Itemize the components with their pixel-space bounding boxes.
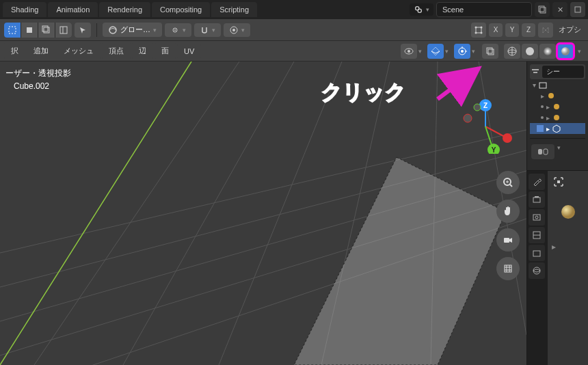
svg-text:Z: Z: [483, 102, 487, 109]
tab-rendering[interactable]: Rendering: [99, 2, 150, 17]
svg-rect-77: [533, 198, 540, 202]
prop-tab-viewlayer[interactable]: [529, 227, 545, 243]
svg-point-13: [174, 29, 176, 31]
navigation-gizmo[interactable]: Y Z: [458, 99, 513, 154]
cursor-tool-button[interactable]: [75, 23, 91, 38]
prop-tab-scene[interactable]: [529, 245, 545, 261]
svg-rect-83: [533, 251, 540, 256]
prop-tab-world[interactable]: [529, 262, 545, 279]
edit-mode-menubar: 択 追加 メッシュ 頂点 辺 面 UV ▾ ▾ ▾ ▾: [0, 41, 588, 62]
menu-face[interactable]: 面: [155, 43, 176, 59]
viewport-info-overlay: ーザー・透視投影 Cube.002: [5, 67, 71, 93]
menu-add[interactable]: 追加: [27, 43, 55, 59]
perspective-toggle-button[interactable]: [496, 257, 520, 280]
menu-uv[interactable]: UV: [177, 44, 201, 58]
prop-tab-render[interactable]: [529, 191, 545, 208]
svg-point-22: [407, 50, 410, 53]
menu-edge[interactable]: 辺: [132, 43, 153, 59]
prop-tab-output[interactable]: [529, 209, 545, 226]
select-lasso-button[interactable]: [38, 23, 55, 38]
outliner-search[interactable]: シー: [542, 66, 584, 78]
svg-rect-28: [488, 49, 494, 55]
transform-orientation-dropdown[interactable]: グロー… ▾: [103, 23, 162, 37]
svg-point-11: [109, 27, 116, 33]
properties-tabs: [527, 171, 548, 365]
xray-toggle-button[interactable]: [482, 44, 498, 59]
svg-line-59: [510, 185, 512, 187]
axis-y-button[interactable]: Y: [505, 23, 519, 37]
svg-point-17: [475, 26, 477, 28]
svg-point-18: [481, 26, 483, 28]
outliner-item-row-selected[interactable]: ▸: [530, 123, 585, 134]
visibility-dropdown[interactable]: [401, 44, 417, 59]
tab-shading[interactable]: Shading: [3, 2, 46, 17]
axis-x-button[interactable]: X: [489, 23, 503, 37]
properties-panel: ▸: [527, 171, 588, 365]
outliner-collection-row[interactable]: ▾: [530, 79, 585, 90]
viewport-toolbar: グロー… ▾ ▾ ▾ ▾ X Y Z オプシ: [0, 19, 588, 41]
menu-select[interactable]: 択: [4, 43, 25, 59]
outliner-item-row[interactable]: ▸: [530, 101, 585, 112]
outliner-item-row[interactable]: ▸: [530, 90, 585, 101]
3d-viewport[interactable]: ーザー・透視投影 Cube.002 Y Z: [0, 62, 526, 365]
svg-point-80: [535, 216, 538, 219]
svg-point-84: [533, 267, 540, 274]
scene-browse-button[interactable]: ▾: [410, 3, 433, 16]
menu-mesh[interactable]: メッシュ: [57, 43, 101, 59]
pivot-point-dropdown[interactable]: ▾: [165, 23, 191, 37]
zoom-button[interactable]: [496, 171, 520, 194]
filter-icon[interactable]: [531, 68, 539, 76]
snap-dropdown[interactable]: ▾: [194, 23, 221, 37]
material-preview-sphere[interactable]: [560, 204, 576, 220]
pan-button[interactable]: [496, 200, 520, 223]
shading-solid-button[interactable]: [522, 44, 538, 59]
pin-scene-button[interactable]: [570, 2, 585, 17]
svg-point-34: [561, 47, 570, 55]
svg-rect-76: [544, 149, 548, 154]
prop-tab-tool[interactable]: [529, 174, 545, 190]
svg-rect-2: [539, 6, 544, 12]
svg-rect-6: [27, 27, 32, 33]
viewport-grid: [0, 62, 526, 365]
overlay-toggle-button[interactable]: [427, 44, 444, 59]
svg-point-32: [526, 47, 534, 55]
svg-marker-47: [294, 157, 506, 365]
shading-rendered-button[interactable]: [557, 44, 574, 59]
display-mode-button[interactable]: [531, 144, 554, 159]
chevron-down-icon: ▾: [426, 6, 429, 13]
svg-rect-27: [487, 48, 492, 53]
select-box-button[interactable]: [4, 23, 21, 38]
svg-rect-5: [9, 27, 16, 33]
outliner-item-row[interactable]: ▸: [530, 112, 585, 123]
scene-name-input[interactable]: [436, 2, 532, 17]
proportional-edit-dropdown[interactable]: ▾: [224, 23, 250, 37]
svg-point-33: [544, 47, 552, 55]
tab-scripting[interactable]: Scripting: [211, 2, 257, 17]
options-label[interactable]: オプシ: [556, 25, 584, 35]
select-circle-button[interactable]: [21, 23, 38, 38]
mirror-button[interactable]: [538, 23, 553, 38]
svg-rect-68: [532, 69, 539, 70]
tab-animation[interactable]: Animation: [48, 2, 98, 17]
svg-rect-75: [538, 149, 542, 154]
svg-point-86: [561, 205, 575, 219]
delete-scene-button[interactable]: ✕: [552, 2, 567, 17]
menu-vertex[interactable]: 頂点: [102, 43, 131, 59]
svg-rect-79: [533, 215, 540, 220]
camera-view-button[interactable]: [496, 228, 520, 252]
shading-wireframe-button[interactable]: [504, 44, 520, 59]
gizmo-visibility-button[interactable]: [454, 44, 470, 59]
svg-point-20: [481, 31, 483, 33]
select-extra-button[interactable]: [55, 23, 72, 38]
focus-icon[interactable]: [553, 176, 564, 187]
axis-z-button[interactable]: Z: [522, 23, 535, 37]
main-area: ーザー・透視投影 Cube.002 Y Z: [0, 62, 588, 365]
gizmo-toggle-button[interactable]: [471, 23, 486, 38]
svg-rect-4: [575, 7, 580, 12]
new-scene-button[interactable]: [535, 2, 550, 17]
svg-point-71: [548, 93, 554, 98]
svg-line-46: [0, 62, 191, 365]
svg-rect-8: [42, 26, 48, 31]
tab-compositing[interactable]: Compositing: [152, 2, 210, 17]
shading-material-button[interactable]: [539, 44, 556, 59]
